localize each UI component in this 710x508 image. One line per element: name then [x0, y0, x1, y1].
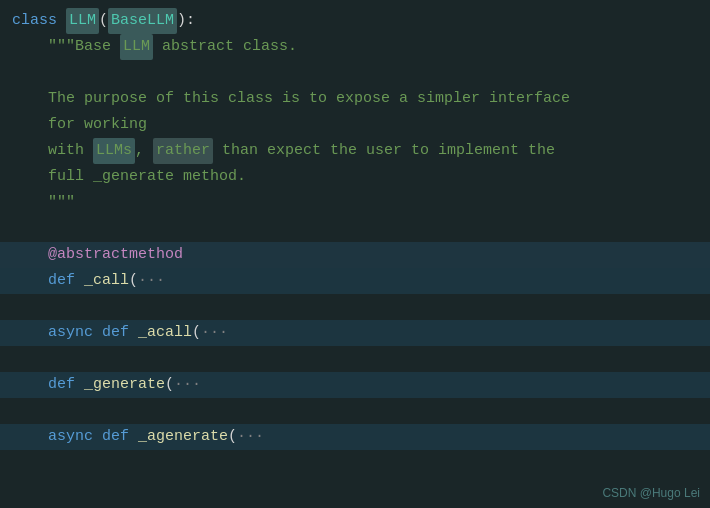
- code-line-17: async def _agenerate(···: [0, 424, 710, 450]
- docstring-text: abstract class.: [153, 35, 297, 59]
- code-line-12: [0, 294, 710, 320]
- docstring-close: """: [12, 191, 75, 215]
- llm-highlight-doc: LLM: [120, 34, 153, 60]
- docstring-rest: than expect the user to implement the: [213, 139, 555, 163]
- watermark: CSDN @Hugo Lei: [602, 486, 700, 500]
- docstring-comma: ,: [135, 139, 153, 163]
- method-call: _call: [84, 269, 129, 293]
- code-line-15: def _generate(···: [0, 372, 710, 398]
- keyword-def-call: def: [12, 269, 84, 293]
- keyword-class: class: [12, 9, 66, 33]
- code-line-5: for working: [0, 112, 710, 138]
- base-class-highlight: BaseLLM: [108, 8, 177, 34]
- code-line-3: [0, 60, 710, 86]
- code-line-7: full _generate method.: [0, 164, 710, 190]
- docstring-full: full _generate method.: [12, 165, 246, 189]
- keyword-async-acall: async: [12, 321, 102, 345]
- docstring-open: """Base: [12, 35, 120, 59]
- agenerate-ellipsis: ···: [237, 425, 264, 449]
- code-line-11: def _call(···: [0, 268, 710, 294]
- code-line-13: async def _acall(···: [0, 320, 710, 346]
- code-editor: class LLM(BaseLLM): """Base LLM abstract…: [0, 0, 710, 508]
- keyword-async-agenerate: async: [12, 425, 102, 449]
- class-name-highlight: LLM: [66, 8, 99, 34]
- method-acall: _acall: [138, 321, 192, 345]
- code-line-8: """: [0, 190, 710, 216]
- llms-highlight: LLMs: [93, 138, 135, 164]
- keyword-def-agenerate: def: [102, 425, 138, 449]
- docstring-purpose: The purpose of this class is to expose a…: [12, 87, 570, 111]
- paren-close: ):: [177, 9, 195, 33]
- docstring-with: with: [12, 139, 93, 163]
- code-line-2: """Base LLM abstract class.: [0, 34, 710, 60]
- keyword-def-generate: def: [12, 373, 84, 397]
- rather-highlight: rather: [153, 138, 213, 164]
- code-line-4: The purpose of this class is to expose a…: [0, 86, 710, 112]
- code-line-6: with LLMs, rather than expect the user t…: [0, 138, 710, 164]
- docstring-working: for working: [12, 113, 147, 137]
- code-line-1: class LLM(BaseLLM):: [0, 8, 710, 34]
- call-paren: (: [129, 269, 138, 293]
- acall-ellipsis: ···: [201, 321, 228, 345]
- agenerate-paren: (: [228, 425, 237, 449]
- generate-ellipsis: ···: [174, 373, 201, 397]
- method-agenerate: _agenerate: [138, 425, 228, 449]
- method-generate: _generate: [84, 373, 165, 397]
- code-line-16: [0, 398, 710, 424]
- code-line-9: [0, 216, 710, 242]
- decorator-abstractmethod: @abstractmethod: [12, 243, 183, 267]
- code-line-10: @abstractmethod: [0, 242, 710, 268]
- keyword-def-acall: def: [102, 321, 138, 345]
- acall-paren: (: [192, 321, 201, 345]
- code-line-14: [0, 346, 710, 372]
- generate-paren: (: [165, 373, 174, 397]
- paren-open: (: [99, 9, 108, 33]
- call-ellipsis: ···: [138, 269, 165, 293]
